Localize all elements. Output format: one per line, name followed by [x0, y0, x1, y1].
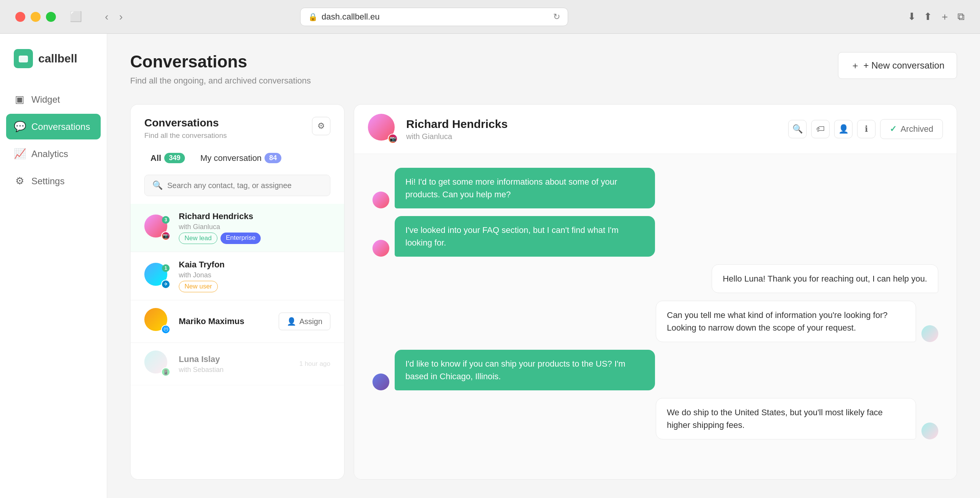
archived-button[interactable]: ✓ Archived [880, 119, 943, 139]
share-icon[interactable]: ⬆ [924, 11, 932, 23]
conv-name-richard: Richard Hendricks [179, 211, 330, 221]
sidebar-item-label-conversations: Conversations [31, 121, 90, 132]
message-text-m1: Hi! I'd to get some more informations ab… [405, 177, 617, 199]
tab-my-conversations[interactable]: My conversation 84 [194, 149, 287, 167]
archived-check-icon: ✓ [890, 124, 897, 134]
chat-contact-name: Richard Hendricks [406, 118, 781, 131]
conv-time-luna: 1 hour ago [299, 360, 330, 368]
outgoing-group-3: We do ship to the United States, but you… [656, 398, 916, 439]
chat-assign-icon: 👤 [838, 124, 849, 134]
chat-actions: 🔍 🏷 👤 ℹ ✓ Archived [788, 119, 943, 139]
logo-text: callbell [38, 52, 77, 65]
conv-with-luna: with Sebastian [179, 366, 292, 374]
conv-with-richard: with Gianluca [179, 223, 330, 231]
message-text-m4: Can you tell me what kind of information… [667, 310, 888, 333]
message-text-m5: I'd like to know if you can ship your pr… [405, 359, 626, 381]
conv-name-kaia: Kaia Tryfon [179, 260, 330, 270]
back-button[interactable]: ‹ [102, 9, 111, 25]
platform-badge-messenger: ⓜ [161, 325, 170, 334]
address-bar[interactable]: 🔒 dash.callbell.eu ↻ [300, 8, 568, 26]
message-avatar-richard-2 [372, 240, 389, 257]
conv-tags-richard: New lead Enterprise [179, 233, 330, 244]
unread-badge-kaia: 1 [162, 264, 170, 272]
new-conversation-label: + New conversation [864, 60, 944, 71]
chat-assign-button[interactable]: 👤 [834, 120, 853, 138]
forward-button[interactable]: › [116, 9, 126, 25]
logo-icon [14, 49, 33, 68]
chat-label-icon: 🏷 [816, 124, 825, 134]
chat-label-button[interactable]: 🏷 [811, 120, 830, 138]
chat-info-button[interactable]: ℹ [857, 120, 875, 138]
conversation-item-mariko[interactable]: ⓜ Mariko Maximus 👤 Assign [131, 300, 344, 343]
conv-info-mariko: Mariko Maximus [179, 316, 271, 326]
avatar-wrap-kaia: ✈ 1 [144, 263, 171, 290]
tab-all-label: All [150, 153, 161, 163]
conv-panel-title: Conversations [144, 117, 227, 129]
widget-icon: ▣ [14, 93, 25, 105]
search-bar: 🔍 [144, 175, 330, 196]
message-text-m2: I've looked into your FAQ section, but I… [405, 225, 619, 247]
new-tab-icon[interactable]: ＋ [940, 10, 950, 23]
maximize-button[interactable] [46, 12, 56, 22]
sidebar-item-widget[interactable]: ▣ Widget [6, 87, 101, 112]
tab-all[interactable]: All 349 [144, 149, 191, 167]
chat-messages: Hi! I'd to get some more informations ab… [354, 154, 957, 479]
platform-badge-whatsapp: 📱 [161, 367, 170, 377]
conversation-item-luna[interactable]: 📱 Luna Islay with Sebastian 1 hour ago [131, 343, 344, 385]
conv-settings-icon: ⚙ [317, 121, 325, 131]
chat-contact-with: with Gianluca [406, 132, 781, 141]
search-input[interactable] [167, 181, 322, 190]
new-conversation-button[interactable]: ＋ + New conversation [838, 52, 957, 79]
tab-my-label: My conversation [200, 153, 261, 163]
conv-panel-subtitle: Find all the conversations [144, 131, 227, 140]
page-subtitle: Find all the ongoing, and archived conve… [130, 76, 311, 86]
conv-info-kaia: Kaia Tryfon with Jonas New user [179, 260, 330, 292]
conv-info-richard: Richard Hendricks with Gianluca New lead… [179, 211, 330, 244]
sidebar-toggle-icon[interactable]: ⬜ [70, 11, 82, 23]
chat-panel: 📷 Richard Hendricks with Gianluca 🔍 🏷 [354, 104, 957, 480]
minimize-button[interactable] [31, 12, 41, 22]
tag-new-user: New user [179, 281, 218, 292]
page-title-area: Conversations Find all the ongoing, and … [130, 52, 311, 86]
conv-settings-button[interactable]: ⚙ [312, 117, 330, 135]
sidebar-item-settings[interactable]: ⚙ Settings [6, 168, 101, 194]
sidebar: callbell ▣ Widget 💬 Conversations 📈 Anal… [0, 34, 107, 498]
reload-icon[interactable]: ↻ [553, 12, 560, 22]
sidebar-item-label-settings: Settings [31, 176, 65, 187]
chat-info-icon: ℹ [865, 124, 868, 134]
assign-icon: 👤 [287, 317, 296, 326]
browser-chrome: ⬜ ‹ › 🔒 dash.callbell.eu ↻ ⬇ ⬆ ＋ ⧉ [0, 0, 980, 34]
message-row-m3: Hello Luna! Thank you for reaching out, … [372, 264, 938, 293]
message-bubble-m4: Can you tell me what kind of information… [656, 301, 916, 342]
browser-actions: ⬇ ⬆ ＋ ⧉ [908, 10, 965, 23]
platform-badge-instagram: 📷 [161, 231, 170, 241]
app-container: callbell ▣ Widget 💬 Conversations 📈 Anal… [0, 34, 980, 498]
sidebar-item-conversations[interactable]: 💬 Conversations [6, 114, 101, 139]
message-row-m4: Can you tell me what kind of information… [372, 301, 938, 342]
conversation-list: 📷 3 Richard Hendricks with Gianluca New … [131, 204, 344, 479]
tab-all-badge: 349 [164, 153, 185, 163]
main-content: Conversations Find all the ongoing, and … [107, 34, 980, 498]
message-avatar-agent-2 [921, 423, 938, 439]
conv-name-luna: Luna Islay [179, 354, 292, 364]
search-icon: 🔍 [152, 180, 163, 190]
conversation-item-kaia[interactable]: ✈ 1 Kaia Tryfon with Jonas New user [131, 252, 344, 300]
conv-name-mariko: Mariko Maximus [179, 316, 271, 326]
conversation-item-richard[interactable]: 📷 3 Richard Hendricks with Gianluca New … [131, 204, 344, 252]
assign-button-mariko[interactable]: 👤 Assign [279, 313, 330, 330]
message-bubble-m2: I've looked into your FAQ section, but I… [395, 216, 655, 257]
chat-header: 📷 Richard Hendricks with Gianluca 🔍 🏷 [354, 105, 957, 154]
download-icon[interactable]: ⬇ [908, 11, 916, 23]
message-text-m3: Hello Luna! Thank you for reaching out, … [723, 274, 927, 283]
conv-tags-kaia: New user [179, 281, 330, 292]
chat-search-button[interactable]: 🔍 [788, 120, 807, 138]
nav-items: ▣ Widget 💬 Conversations 📈 Analytics ⚙ S… [0, 87, 107, 194]
close-button[interactable] [15, 12, 25, 22]
conversation-list-panel: Conversations Find all the conversations… [130, 104, 345, 480]
tabs-icon[interactable]: ⧉ [957, 11, 965, 23]
platform-badge-telegram: ✈ [161, 280, 170, 289]
sidebar-item-analytics[interactable]: 📈 Analytics [6, 141, 101, 167]
conv-info-luna: Luna Islay with Sebastian [179, 354, 292, 374]
conv-with-kaia: with Jonas [179, 271, 330, 279]
tab-my-badge: 84 [265, 153, 281, 163]
